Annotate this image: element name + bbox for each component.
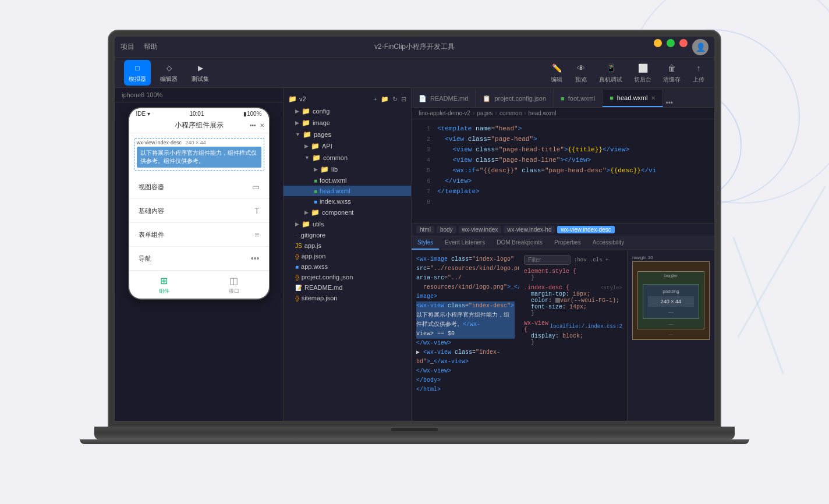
- tree-action-collapse[interactable]: ⊟: [401, 95, 406, 103]
- code-line-8: 8: [412, 197, 714, 208]
- devtools-tab-styles[interactable]: Styles: [412, 236, 439, 250]
- tab-foot-wxml[interactable]: ■ foot.wxml: [554, 90, 603, 107]
- toolbar-action-background[interactable]: ⬜ 切后台: [634, 62, 651, 84]
- tree-item-project-config[interactable]: {} project.config.json: [284, 272, 411, 282]
- tree-item-utils[interactable]: ▶ 📁 utils: [284, 218, 411, 230]
- device-menu-icon-3: •••: [251, 254, 260, 263]
- toolbar-action-upload[interactable]: ↑ 上传: [692, 62, 705, 84]
- devtools-panel: html body wx-view.index wx-view.index-hd…: [412, 223, 714, 421]
- html-viewer: <wx-image class="index-logo" src="../res…: [412, 250, 519, 421]
- tab-readme-icon: 📄: [419, 95, 427, 102]
- device-menu-icon-1: T: [254, 206, 260, 215]
- tree-item-common[interactable]: ▼ 📁 common: [284, 152, 411, 164]
- device-menu-item-0[interactable]: 视图容器 ▭: [129, 175, 269, 199]
- tree-item-head-wxml[interactable]: ■ head.wxml: [284, 186, 411, 196]
- title-bar: 项目 帮助 v2-FinClip小程序开发工具 👤: [115, 37, 714, 58]
- toolbar-btn-test[interactable]: ▶ 测试集: [187, 60, 214, 86]
- chevron-icon: ▶: [314, 166, 318, 172]
- folder-icon: 📁: [302, 220, 310, 228]
- line-num-8: 8: [416, 197, 430, 207]
- tree-item-image[interactable]: ▶ 📁 image: [284, 117, 411, 129]
- breadcrumb-tag-body[interactable]: body: [437, 226, 456, 233]
- toolbar-btn-editor[interactable]: ◇ 编辑器: [155, 60, 182, 86]
- tree-item-sitemap[interactable]: {} sitemap.json: [284, 293, 411, 303]
- styles-filter-input[interactable]: [524, 255, 571, 265]
- device-nav-components[interactable]: ⊞ 组件: [129, 275, 199, 295]
- toolbar-action-device-debug[interactable]: 📱 真机调试: [599, 62, 622, 84]
- tree-item-foot-wxml[interactable]: ■ foot.wxml: [284, 175, 411, 186]
- tab-bar: 📄 README.md 📋 project.config.json ■ foot…: [412, 88, 714, 108]
- devtools-tab-dom-breakpoints[interactable]: DOM Breakpoints: [491, 236, 548, 250]
- device-title-menu-icon: •••: [250, 122, 256, 129]
- main-content: iphone6 100% IDE ▾ 10:01 ▮100%: [115, 88, 714, 421]
- device-menu-item-3[interactable]: 导航 •••: [129, 247, 269, 271]
- breadcrumb-tag-html[interactable]: html: [416, 226, 434, 233]
- minimize-button[interactable]: [654, 39, 662, 47]
- style-source-1[interactable]: localfile:/.index.css:2: [550, 324, 622, 329]
- tree-action-refresh[interactable]: ↻: [392, 95, 398, 103]
- menu-item-help[interactable]: 帮助: [144, 42, 158, 52]
- toolbar-action-preview[interactable]: 👁 预览: [575, 62, 587, 84]
- tab-project-config[interactable]: 📋 project.config.json: [476, 90, 554, 107]
- breadcrumb-sep-0: ›: [473, 110, 474, 116]
- chevron-icon: ▶: [295, 108, 299, 114]
- devtools-tab-accessibility[interactable]: Accessibility: [587, 236, 630, 250]
- tab-close-icon[interactable]: ✕: [651, 95, 656, 101]
- tree-item-app-js[interactable]: JS app.js: [284, 240, 411, 251]
- device-menu-item-2[interactable]: 表单组件 ≡: [129, 223, 269, 247]
- code-editor[interactable]: 1 <template name="head"> 2 <view class="…: [412, 119, 714, 223]
- tree-action-new-file[interactable]: +: [374, 95, 377, 103]
- toolbar-action-background-label: 切后台: [634, 76, 651, 84]
- style-block-wx-view: wx-view { localfile:/.index.css:2 displa…: [524, 320, 622, 346]
- tab-foot-wxml-label: foot.wxml: [568, 95, 595, 102]
- avatar[interactable]: 👤: [692, 39, 708, 55]
- device-menu-icon-0: ▭: [252, 182, 260, 191]
- device-frame: IDE ▾ 10:01 ▮100% 小程序组件展示 ••• ✕: [129, 108, 269, 299]
- devtools-tab-event-listeners[interactable]: Event Listeners: [439, 236, 491, 250]
- breadcrumb-tag-wx-view-index-desc[interactable]: wx-view.index-desc: [557, 226, 614, 233]
- tab-head-wxml[interactable]: ■ head.wxml ✕: [603, 90, 663, 107]
- test-icon: ▶: [194, 62, 206, 74]
- tree-action-new-folder[interactable]: 📁: [381, 95, 389, 103]
- editor-area: 📄 README.md 📋 project.config.json ■ foot…: [412, 88, 714, 421]
- device-nav-api[interactable]: ◫ 接口: [199, 275, 269, 295]
- tree-item-config[interactable]: ▶ 📁 config: [284, 105, 411, 117]
- toolbar-action-clear-cache[interactable]: 🗑 清缓存: [663, 62, 681, 84]
- tree-item-readme[interactable]: 📝 README.md: [284, 282, 411, 293]
- tree-item-api[interactable]: ▶ 📁 API: [284, 140, 411, 152]
- device-status-bar: IDE ▾ 10:01 ▮100%: [129, 108, 269, 118]
- close-button[interactable]: [679, 39, 688, 47]
- tree-item-component[interactable]: ▶ 📁 component: [284, 207, 411, 218]
- tree-item-pages[interactable]: ▼ 📁 pages: [284, 129, 411, 140]
- toolbar-btn-simulator[interactable]: □ 模拟器: [124, 60, 151, 86]
- preview-icon: 👁: [575, 62, 587, 74]
- devtools-tab-properties[interactable]: Properties: [548, 236, 587, 250]
- breadcrumb-sep-2: ›: [524, 110, 526, 116]
- devtools-content: <wx-image class="index-logo" src="../res…: [412, 250, 714, 421]
- styles-filter: :hov .cls +: [524, 255, 622, 265]
- file-icon: {}: [295, 253, 299, 260]
- tree-item-label: component: [322, 209, 353, 216]
- tree-item-index-wxss[interactable]: ■ index.wxss: [284, 196, 411, 207]
- chevron-icon: ▶: [295, 221, 299, 227]
- tab-more-button[interactable]: •••: [665, 99, 673, 107]
- laptop-base: [94, 427, 735, 439]
- menu-item-project[interactable]: 项目: [121, 42, 134, 52]
- folder-icon: 📁: [311, 142, 320, 150]
- breadcrumb-tag-wx-view-index-hd[interactable]: wx-view.index-hd: [504, 226, 555, 233]
- tree-item-lib[interactable]: ▶ 📁 lib: [284, 164, 411, 175]
- device-menu-item-1[interactable]: 基础内容 T: [129, 199, 269, 223]
- breadcrumb-tag-wx-view-index[interactable]: wx-view.index: [459, 226, 502, 233]
- tree-header: 📁 v2 + 📁 ↻ ⊟: [284, 93, 411, 105]
- tree-item-app-wxss[interactable]: ■ app.wxss: [284, 261, 411, 272]
- tree-item-app-json[interactable]: {} app.json: [284, 251, 411, 261]
- tab-readme[interactable]: 📄 README.md: [412, 90, 476, 107]
- tree-item-gitignore[interactable]: · .gitignore: [284, 230, 411, 240]
- maximize-button[interactable]: [667, 39, 675, 47]
- tree-item-label: foot.wxml: [320, 177, 346, 184]
- toolbar-action-edit[interactable]: ✏️ 编辑: [550, 62, 563, 84]
- device-menu-label-3: 导航: [139, 254, 151, 263]
- api-nav-icon: ◫: [228, 275, 240, 286]
- bg-line-2: [732, 237, 784, 374]
- tab-project-config-label: project.config.json: [494, 95, 546, 102]
